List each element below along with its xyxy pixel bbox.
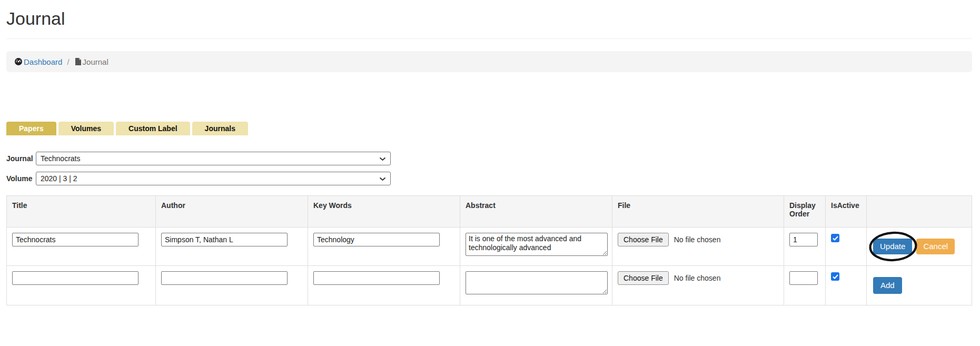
author-input[interactable] bbox=[161, 233, 288, 246]
header-key-words: Key Words bbox=[308, 196, 460, 228]
breadcrumb-dashboard-label[interactable]: Dashboard bbox=[24, 57, 62, 66]
cancel-button[interactable]: Cancel bbox=[916, 239, 955, 254]
tab-custom-label[interactable]: Custom Label bbox=[116, 122, 190, 135]
header-actions bbox=[867, 196, 972, 228]
key-words-input[interactable] bbox=[313, 271, 440, 285]
title-divider bbox=[6, 38, 972, 39]
header-display-order: Display Order bbox=[784, 196, 826, 228]
file-input: Choose File No file chosen bbox=[618, 271, 778, 285]
header-author: Author bbox=[156, 196, 308, 228]
journal-select-value: Technocrats bbox=[41, 154, 80, 163]
volume-select-value: 2020 | 3 | 2 bbox=[41, 174, 77, 183]
volume-row: Volume 2020 | 3 | 2 bbox=[6, 172, 972, 185]
choose-file-button[interactable]: Choose File bbox=[618, 233, 669, 246]
breadcrumb: Dashboard / Journal bbox=[6, 51, 972, 72]
title-input[interactable] bbox=[12, 271, 138, 285]
table-header-row: Title Author Key Words Abstract File Dis… bbox=[7, 196, 972, 228]
chevron-down-icon bbox=[379, 174, 386, 183]
table-row: It is one of the most advanced and techn… bbox=[7, 228, 972, 266]
breadcrumb-journal: Journal bbox=[74, 57, 108, 66]
file-status: No file chosen bbox=[674, 274, 721, 282]
page-title: Journal bbox=[6, 0, 972, 28]
update-button-annotated: Update bbox=[873, 239, 912, 254]
table-row-new: Choose File No file chosen Add bbox=[7, 266, 972, 305]
papers-table: Title Author Key Words Abstract File Dis… bbox=[6, 195, 972, 305]
add-button[interactable]: Add bbox=[873, 277, 902, 294]
update-button[interactable]: Update bbox=[873, 239, 912, 254]
journal-row: Journal Technocrats bbox=[6, 152, 972, 165]
tab-papers[interactable]: Papers bbox=[6, 122, 56, 135]
tab-volumes[interactable]: Volumes bbox=[58, 122, 114, 135]
choose-file-button[interactable]: Choose File bbox=[618, 271, 669, 285]
volume-label: Volume bbox=[6, 174, 36, 183]
breadcrumb-separator: / bbox=[67, 57, 69, 66]
page-container: Journal Dashboard / bbox=[0, 0, 980, 305]
header-isactive: IsActive bbox=[826, 196, 867, 228]
file-icon bbox=[74, 57, 82, 66]
isactive-checkbox[interactable] bbox=[831, 234, 839, 242]
header-file: File bbox=[612, 196, 784, 228]
abstract-textarea[interactable] bbox=[466, 271, 608, 294]
display-order-input[interactable] bbox=[789, 233, 818, 246]
file-status: No file chosen bbox=[674, 235, 721, 244]
header-title: Title bbox=[7, 196, 156, 228]
filter-form: Journal Technocrats Volume 2020 | 3 | 2 bbox=[6, 152, 972, 185]
key-words-input[interactable] bbox=[313, 233, 440, 246]
tab-journals[interactable]: Journals bbox=[192, 122, 248, 135]
display-order-input[interactable] bbox=[789, 271, 818, 285]
breadcrumb-dashboard[interactable]: Dashboard bbox=[14, 57, 62, 66]
isactive-checkbox[interactable] bbox=[831, 272, 839, 281]
volume-select[interactable]: 2020 | 3 | 2 bbox=[36, 172, 391, 185]
breadcrumb-journal-label: Journal bbox=[83, 57, 108, 66]
journal-label: Journal bbox=[6, 154, 36, 163]
journal-select[interactable]: Technocrats bbox=[36, 152, 391, 165]
dashboard-icon bbox=[14, 57, 23, 66]
file-input: Choose File No file chosen bbox=[618, 233, 778, 246]
abstract-textarea[interactable]: It is one of the most advanced and techn… bbox=[466, 233, 608, 256]
tab-bar: Papers Volumes Custom Label Journals bbox=[6, 122, 972, 135]
header-abstract: Abstract bbox=[460, 196, 612, 228]
author-input[interactable] bbox=[161, 271, 288, 285]
title-input[interactable] bbox=[12, 233, 138, 246]
chevron-down-icon bbox=[379, 154, 386, 163]
